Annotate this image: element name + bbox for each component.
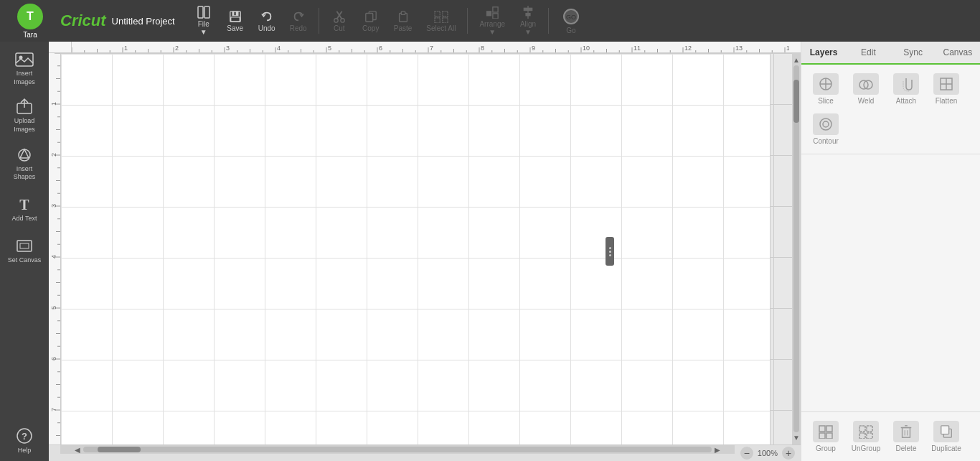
avatar[interactable]: T	[17, 4, 43, 29]
svg-rect-1	[204, 6, 209, 18]
copy-button[interactable]: Copy	[357, 3, 385, 39]
svg-rect-27	[16, 53, 33, 66]
svg-text:GO: GO	[566, 14, 576, 21]
cut-button[interactable]: Cut	[325, 3, 354, 39]
scroll-track-v[interactable]	[793, 65, 799, 432]
white-canvas[interactable]	[60, 53, 771, 444]
svg-rect-51	[859, 426, 865, 432]
svg-rect-54	[867, 433, 872, 439]
project-title: Untitled Project	[112, 16, 175, 27]
svg-rect-33	[17, 241, 32, 251]
go-button[interactable]: GO Go	[555, 3, 588, 39]
weld-icon	[853, 73, 879, 95]
right-panel-content	[801, 154, 980, 411]
paste-button[interactable]: Paste	[388, 3, 418, 39]
sidebar-item-insert-shapes[interactable]: InsertShapes	[0, 140, 49, 187]
toolbar-divider-3	[548, 8, 549, 34]
canvas-grid-inner	[60, 53, 792, 444]
group-icon	[813, 421, 839, 442]
zoom-in-button[interactable]: +	[782, 447, 795, 460]
white-canvas-grid	[61, 54, 770, 444]
left-sidebar: InsertImages UploadImages InsertShapes T	[0, 42, 49, 461]
zoom-out-button[interactable]: −	[740, 447, 753, 460]
canvas-body: ▲ ▼	[49, 53, 801, 444]
slice-icon	[813, 73, 839, 95]
svg-point-30	[19, 149, 30, 161]
file-button[interactable]: File ▼	[189, 3, 218, 39]
svg-rect-48	[826, 426, 832, 432]
svg-rect-22	[524, 8, 533, 11]
canvas-grid[interactable]	[60, 53, 792, 444]
right-tabs: Layers Edit Sync Canvas	[801, 42, 980, 65]
tab-layers[interactable]: Layers	[801, 42, 846, 65]
scroll-thumb-h[interactable]	[98, 447, 141, 452]
svg-point-45	[820, 118, 831, 130]
duplicate-button[interactable]: Duplicate	[928, 418, 965, 455]
svg-point-46	[823, 121, 829, 127]
svg-point-9	[341, 18, 344, 22]
sidebar-item-help[interactable]: ? Help	[0, 419, 49, 461]
sidebar-item-upload-images[interactable]: UploadImages	[0, 92, 49, 139]
sidebar-item-set-canvas[interactable]: Set Canvas	[0, 229, 49, 271]
redo-button[interactable]: Redo	[284, 3, 313, 39]
svg-rect-52	[867, 426, 872, 432]
slice-button[interactable]: Slice	[807, 70, 844, 108]
ruler-h-inner	[72, 42, 792, 52]
svg-rect-13	[401, 11, 405, 14]
scroll-right-arrow[interactable]: ▶	[712, 446, 723, 454]
v-ruler-canvas	[49, 53, 60, 444]
user-name[interactable]: Tara	[23, 31, 37, 39]
delete-icon	[893, 421, 919, 442]
tab-sync[interactable]: Sync	[891, 42, 936, 65]
dot-2	[609, 251, 611, 253]
contour-button[interactable]: Contour	[807, 111, 844, 148]
select-all-button[interactable]: Select All	[420, 3, 461, 39]
svg-rect-16	[435, 17, 440, 22]
panel-collapse-button[interactable]	[606, 237, 614, 266]
sidebar-item-add-text[interactable]: T Add Text	[0, 187, 49, 229]
attach-icon	[893, 73, 919, 95]
svg-rect-0	[198, 6, 203, 18]
tab-canvas[interactable]: Canvas	[936, 42, 980, 65]
weld-button[interactable]: Weld	[847, 70, 885, 108]
svg-rect-47	[819, 426, 825, 432]
h-ruler-canvas	[72, 42, 789, 52]
zoom-value: 100%	[758, 449, 778, 457]
tab-edit[interactable]: Edit	[846, 42, 890, 65]
svg-rect-20	[493, 14, 498, 19]
delete-button[interactable]: Delete	[887, 418, 925, 455]
vertical-scrollbar[interactable]: ▲ ▼	[792, 53, 801, 444]
svg-text:T: T	[19, 197, 29, 213]
canvas-wrapper: ▲ ▼ ◀ ▶ − 100% +	[49, 42, 801, 461]
svg-rect-53	[859, 433, 865, 439]
right-bottom-actions: Group UnGroup	[801, 411, 980, 461]
main-area: InsertImages UploadImages InsertShapes T	[0, 42, 980, 461]
scroll-track-h[interactable]	[83, 447, 712, 452]
group-button[interactable]: Group	[807, 418, 844, 455]
svg-rect-23	[525, 13, 530, 17]
ruler-horizontal	[49, 42, 801, 53]
align-button[interactable]: Align ▼	[514, 3, 542, 39]
arrange-button[interactable]: Arrange ▼	[473, 3, 511, 39]
ruler-vertical	[49, 53, 60, 444]
dot-1	[609, 247, 611, 249]
svg-rect-49	[819, 433, 825, 439]
svg-rect-4	[230, 17, 240, 21]
undo-button[interactable]: Undo	[253, 3, 281, 39]
scroll-left-arrow[interactable]: ◀	[72, 446, 83, 454]
bottom-bar: ◀ ▶ − 100% +	[49, 444, 801, 461]
attach-button[interactable]: Attach	[887, 70, 925, 108]
svg-rect-61	[941, 426, 949, 434]
horizontal-scrollbar[interactable]: ◀ ▶	[60, 445, 735, 454]
contour-icon	[813, 113, 839, 135]
svg-rect-19	[493, 7, 498, 12]
ungroup-button[interactable]: UnGroup	[847, 418, 885, 455]
sidebar-item-insert-images[interactable]: InsertImages	[0, 45, 49, 92]
ungroup-icon	[853, 421, 879, 442]
scroll-thumb-v[interactable]	[793, 80, 799, 123]
svg-point-8	[334, 18, 338, 22]
flatten-button[interactable]: Flatten	[928, 70, 965, 108]
save-button[interactable]: Save	[221, 3, 250, 39]
dot-3	[609, 254, 611, 256]
svg-rect-34	[20, 243, 29, 248]
